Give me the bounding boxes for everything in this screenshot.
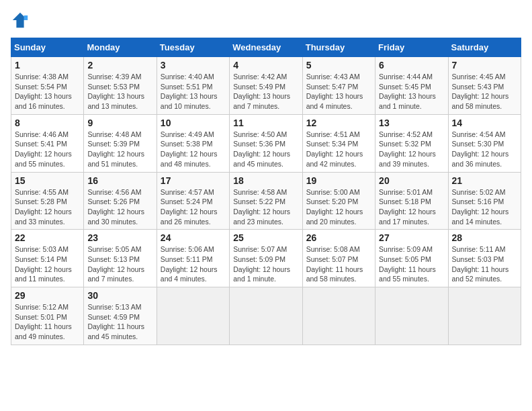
day-number: 29: [15, 290, 80, 301]
calendar-week-row: 8 Sunrise: 4:46 AMSunset: 5:41 PMDayligh…: [11, 114, 521, 172]
day-number: 18: [233, 175, 298, 186]
day-number: 30: [87, 290, 152, 301]
day-number: 15: [15, 175, 80, 186]
calendar-cell: 28 Sunrise: 5:11 AMSunset: 5:03 PMDaylig…: [448, 230, 521, 287]
day-number: 2: [87, 60, 152, 71]
day-detail: Sunrise: 4:39 AMSunset: 5:53 PMDaylight:…: [87, 73, 144, 110]
day-number: 16: [87, 175, 152, 186]
day-number: 25: [233, 232, 298, 243]
calendar-cell: 22 Sunrise: 5:03 AMSunset: 5:14 PMDaylig…: [11, 230, 84, 287]
day-number: 26: [306, 232, 371, 243]
calendar-cell: 20 Sunrise: 5:01 AMSunset: 5:18 PMDaylig…: [375, 172, 448, 230]
day-detail: Sunrise: 5:13 AMSunset: 4:59 PMDaylight:…: [87, 303, 144, 340]
day-number: 6: [379, 60, 444, 71]
day-number: 12: [306, 118, 371, 128]
day-number: 28: [452, 232, 517, 243]
calendar-cell: 25 Sunrise: 5:07 AMSunset: 5:09 PMDaylig…: [230, 230, 302, 287]
calendar-cell: [302, 287, 375, 345]
calendar-cell: 10 Sunrise: 4:49 AMSunset: 5:38 PMDaylig…: [157, 114, 229, 172]
calendar-header-row: SundayMondayTuesdayWednesdayThursdayFrid…: [11, 38, 521, 57]
day-number: 22: [15, 232, 80, 243]
calendar-cell: 3 Sunrise: 4:40 AMSunset: 5:51 PMDayligh…: [157, 57, 229, 115]
day-detail: Sunrise: 5:01 AMSunset: 5:18 PMDaylight:…: [379, 188, 436, 226]
calendar-week-row: 22 Sunrise: 5:03 AMSunset: 5:14 PMDaylig…: [11, 230, 521, 287]
calendar-cell: 2 Sunrise: 4:39 AMSunset: 5:53 PMDayligh…: [84, 57, 157, 115]
calendar-cell: 9 Sunrise: 4:48 AMSunset: 5:39 PMDayligh…: [84, 114, 157, 172]
calendar-cell: 16 Sunrise: 4:56 AMSunset: 5:26 PMDaylig…: [84, 172, 157, 230]
calendar-cell: 8 Sunrise: 4:46 AMSunset: 5:41 PMDayligh…: [11, 114, 84, 172]
day-number: 17: [161, 175, 226, 186]
day-number: 7: [452, 60, 517, 71]
column-header-monday: Monday: [84, 38, 157, 57]
calendar-cell: 11 Sunrise: 4:50 AMSunset: 5:36 PMDaylig…: [230, 114, 302, 172]
day-detail: Sunrise: 5:07 AMSunset: 5:09 PMDaylight:…: [233, 245, 290, 283]
calendar-cell: 21 Sunrise: 5:02 AMSunset: 5:16 PMDaylig…: [448, 172, 521, 230]
day-number: 9: [87, 118, 152, 128]
day-detail: Sunrise: 5:02 AMSunset: 5:16 PMDaylight:…: [452, 188, 509, 226]
day-detail: Sunrise: 4:57 AMSunset: 5:24 PMDaylight:…: [161, 188, 218, 226]
day-number: 14: [452, 118, 517, 128]
calendar-cell: [375, 287, 448, 345]
calendar-table: SundayMondayTuesdayWednesdayThursdayFrid…: [11, 38, 521, 345]
day-detail: Sunrise: 4:51 AMSunset: 5:34 PMDaylight:…: [306, 130, 363, 168]
day-number: 1: [15, 60, 80, 71]
day-detail: Sunrise: 4:45 AMSunset: 5:43 PMDaylight:…: [452, 73, 509, 110]
day-detail: Sunrise: 5:12 AMSunset: 5:01 PMDaylight:…: [15, 303, 72, 340]
page-header: [11, 11, 521, 30]
svg-marker-1: [24, 15, 28, 20]
calendar-week-row: 29 Sunrise: 5:12 AMSunset: 5:01 PMDaylig…: [11, 287, 521, 345]
day-detail: Sunrise: 4:42 AMSunset: 5:49 PMDaylight:…: [233, 73, 290, 110]
day-detail: Sunrise: 5:09 AMSunset: 5:05 PMDaylight:…: [379, 245, 436, 283]
calendar-cell: [448, 287, 521, 345]
calendar-cell: 27 Sunrise: 5:09 AMSunset: 5:05 PMDaylig…: [375, 230, 448, 287]
calendar-cell: 17 Sunrise: 4:57 AMSunset: 5:24 PMDaylig…: [157, 172, 229, 230]
day-detail: Sunrise: 4:48 AMSunset: 5:39 PMDaylight:…: [87, 130, 144, 168]
day-detail: Sunrise: 5:00 AMSunset: 5:20 PMDaylight:…: [306, 188, 363, 226]
day-number: 19: [306, 175, 371, 186]
calendar-week-row: 15 Sunrise: 4:55 AMSunset: 5:28 PMDaylig…: [11, 172, 521, 230]
day-number: 13: [379, 118, 444, 128]
calendar-cell: 19 Sunrise: 5:00 AMSunset: 5:20 PMDaylig…: [302, 172, 375, 230]
column-header-wednesday: Wednesday: [230, 38, 302, 57]
day-number: 11: [233, 118, 298, 128]
day-detail: Sunrise: 5:03 AMSunset: 5:14 PMDaylight:…: [15, 245, 72, 283]
calendar-cell: 29 Sunrise: 5:12 AMSunset: 5:01 PMDaylig…: [11, 287, 84, 345]
day-number: 10: [161, 118, 226, 128]
column-header-thursday: Thursday: [302, 38, 375, 57]
day-detail: Sunrise: 5:11 AMSunset: 5:03 PMDaylight:…: [452, 245, 509, 283]
day-detail: Sunrise: 4:40 AMSunset: 5:51 PMDaylight:…: [161, 73, 218, 110]
calendar-cell: 26 Sunrise: 5:08 AMSunset: 5:07 PMDaylig…: [302, 230, 375, 287]
day-number: 3: [161, 60, 226, 71]
day-detail: Sunrise: 4:58 AMSunset: 5:22 PMDaylight:…: [233, 188, 290, 226]
day-detail: Sunrise: 5:06 AMSunset: 5:11 PMDaylight:…: [161, 245, 218, 283]
calendar-cell: 6 Sunrise: 4:44 AMSunset: 5:45 PMDayligh…: [375, 57, 448, 115]
calendar-cell: [157, 287, 229, 345]
calendar-cell: 30 Sunrise: 5:13 AMSunset: 4:59 PMDaylig…: [84, 287, 157, 345]
column-header-saturday: Saturday: [448, 38, 521, 57]
day-number: 24: [161, 232, 226, 243]
calendar-cell: 12 Sunrise: 4:51 AMSunset: 5:34 PMDaylig…: [302, 114, 375, 172]
day-number: 4: [233, 60, 298, 71]
day-detail: Sunrise: 4:54 AMSunset: 5:30 PMDaylight:…: [452, 130, 509, 168]
column-header-tuesday: Tuesday: [157, 38, 229, 57]
day-detail: Sunrise: 4:43 AMSunset: 5:47 PMDaylight:…: [306, 73, 363, 110]
column-header-friday: Friday: [375, 38, 448, 57]
day-detail: Sunrise: 4:55 AMSunset: 5:28 PMDaylight:…: [15, 188, 72, 226]
day-number: 23: [87, 232, 152, 243]
calendar-cell: 5 Sunrise: 4:43 AMSunset: 5:47 PMDayligh…: [302, 57, 375, 115]
calendar-cell: 15 Sunrise: 4:55 AMSunset: 5:28 PMDaylig…: [11, 172, 84, 230]
day-number: 27: [379, 232, 444, 243]
calendar-cell: 14 Sunrise: 4:54 AMSunset: 5:30 PMDaylig…: [448, 114, 521, 172]
day-detail: Sunrise: 4:38 AMSunset: 5:54 PMDaylight:…: [15, 73, 72, 110]
column-header-sunday: Sunday: [11, 38, 84, 57]
calendar-week-row: 1 Sunrise: 4:38 AMSunset: 5:54 PMDayligh…: [11, 57, 521, 115]
day-detail: Sunrise: 5:08 AMSunset: 5:07 PMDaylight:…: [306, 245, 363, 283]
day-detail: Sunrise: 4:44 AMSunset: 5:45 PMDaylight:…: [379, 73, 436, 110]
logo-icon: [11, 11, 30, 30]
calendar-cell: 4 Sunrise: 4:42 AMSunset: 5:49 PMDayligh…: [230, 57, 302, 115]
day-detail: Sunrise: 4:46 AMSunset: 5:41 PMDaylight:…: [15, 130, 72, 168]
calendar-cell: 1 Sunrise: 4:38 AMSunset: 5:54 PMDayligh…: [11, 57, 84, 115]
logo: [11, 11, 32, 30]
day-number: 21: [452, 175, 517, 186]
calendar-cell: [230, 287, 302, 345]
